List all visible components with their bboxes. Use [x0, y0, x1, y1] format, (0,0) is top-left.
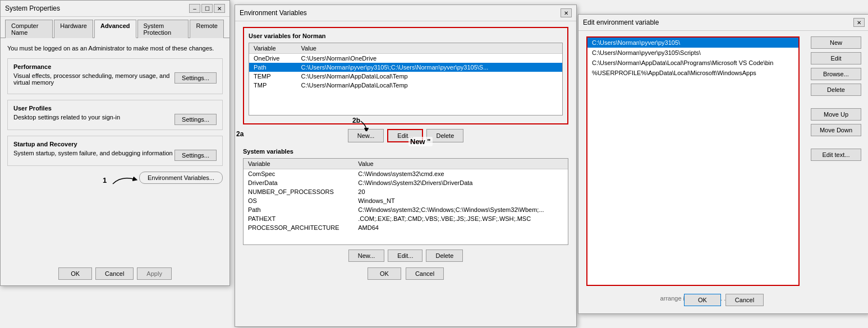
table-row[interactable]: TEMP C:\Users\Norman\AppData\Local\Temp: [249, 72, 562, 81]
system-vars-buttons: New... Edit... Delete: [243, 250, 568, 262]
var-name: NUMBER_OF_PROCESSORS: [244, 187, 353, 196]
sys-edit-button[interactable]: Edit...: [388, 250, 422, 262]
table-row[interactable]: DriverData C:\Windows\System32\Drivers\D…: [244, 178, 568, 187]
table-row[interactable]: TMP C:\Users\Norman\AppData\Local\Temp: [249, 81, 562, 90]
edit-env-edit-text-button[interactable]: Edit text...: [811, 149, 861, 161]
sys-new-button[interactable]: New...: [348, 250, 385, 262]
edit-env-new-button[interactable]: New: [811, 36, 861, 49]
var-value: C:\Users\Norman\pyver\py3105\;C:\Users\N…: [297, 63, 562, 72]
var-name: TMP: [249, 81, 297, 90]
user-edit-button[interactable]: Edit...: [387, 129, 423, 142]
startup-recovery-title: Startup and Recovery: [13, 141, 217, 147]
user-profiles-section: User Profiles Settings... Desktop settin…: [7, 100, 223, 130]
sys-props-close-button[interactable]: ✕: [214, 4, 225, 13]
edit-env-variable-window: Edit environment variable ✕ C:\Users\Nor…: [578, 14, 868, 314]
var-name: OneDrive: [249, 54, 297, 63]
table-row[interactable]: NUMBER_OF_PROCESSORS 20: [244, 187, 568, 196]
env-vars-title: Environment Variables: [240, 9, 307, 17]
sys-apply-button[interactable]: Apply: [137, 267, 172, 280]
var-name: DriverData: [244, 178, 353, 187]
sys-delete-button[interactable]: Delete: [426, 250, 463, 262]
user-vars-table: Variable Value OneDrive C:\Users\Norman\…: [249, 43, 562, 90]
environment-variables-window: Environment Variables ✕ User variables f…: [235, 4, 577, 327]
var-value: .COM;.EXE;.BAT;.CMD;.VBS;.VBE;.JS;.JSE;.…: [353, 214, 568, 223]
edit-env-move-down-button[interactable]: Move Down: [811, 124, 861, 136]
sys-props-minimize-button[interactable]: –: [189, 4, 200, 13]
var-value: AMD64: [353, 223, 568, 232]
tab-advanced[interactable]: Advanced: [94, 20, 136, 38]
edit-env-move-up-button[interactable]: Move Up: [811, 108, 861, 121]
annotation-arrow2b: [358, 120, 375, 131]
annotation-step1: 1: [103, 176, 107, 184]
env-ok-button[interactable]: OK: [368, 267, 401, 280]
var-value: 20: [353, 187, 568, 196]
environment-variables-button[interactable]: Environment Variables...: [139, 172, 223, 184]
list-item[interactable]: %USERPROFILE%\AppData\Local\Microsoft\Wi…: [587, 68, 798, 78]
var-value: C:\Users\Norman\AppData\Local\Temp: [297, 81, 562, 90]
var-name: TEMP: [249, 72, 297, 81]
user-profiles-title: User Profiles: [13, 105, 217, 112]
table-row[interactable]: ComSpec C:\Windows\system32\cmd.exe: [244, 169, 568, 179]
var-name: PATHEXT: [244, 214, 353, 223]
annotation-arrow1: [110, 173, 144, 190]
performance-settings-button[interactable]: Settings...: [174, 72, 217, 84]
table-row[interactable]: OneDrive C:\Users\Norman\OneDrive: [249, 54, 562, 63]
var-name: Path: [244, 205, 353, 214]
edit-env-edit-button[interactable]: Edit: [811, 52, 861, 64]
edit-env-browse-button[interactable]: Browse...: [811, 68, 861, 80]
table-row[interactable]: PROCESSOR_ARCHITECTURE AMD64: [244, 223, 568, 232]
sys-cancel-button[interactable]: Cancel: [95, 267, 134, 280]
sys-props-maximize-button[interactable]: ☐: [201, 4, 213, 13]
edit-env-sidebar-buttons: New Edit Browse... Delete Move Up Move D…: [811, 36, 861, 161]
sys-col-value: Value: [353, 159, 568, 169]
admin-warning: You must be logged on as an Administrato…: [7, 45, 223, 52]
env-vars-content: User variables for Norman Variable Value…: [235, 21, 576, 285]
sys-ok-button[interactable]: OK: [58, 267, 92, 280]
list-item[interactable]: C:\Users\Norman\AppData\Local\Programs\M…: [587, 58, 798, 68]
tab-hardware[interactable]: Hardware: [54, 20, 93, 38]
env-vars-close-button[interactable]: ✕: [561, 8, 572, 17]
user-vars-table-container: Variable Value OneDrive C:\Users\Norman\…: [249, 43, 563, 116]
user-vars-section: User variables for Norman Variable Value…: [243, 27, 568, 124]
edit-env-delete-button[interactable]: Delete: [811, 84, 861, 96]
user-vars-buttons: 2b New... Edit... Delete: [243, 129, 568, 142]
list-item[interactable]: C:\Users\Norman\pyver\py3105\: [587, 38, 798, 48]
user-profiles-settings-button[interactable]: Settings...: [174, 114, 217, 125]
system-vars-label: System variables: [243, 148, 568, 155]
var-value: C:\Users\Norman\OneDrive: [297, 54, 562, 63]
var-value: C:\Windows\system32;C:\Windows;C:\Window…: [353, 205, 568, 214]
sys-props-content: You must be logged on as an Administrato…: [1, 38, 229, 191]
sys-props-controls: – ☐ ✕: [189, 4, 225, 13]
system-vars-table-container: Variable Value ComSpec C:\Windows\system…: [243, 158, 568, 245]
startup-recovery-section: Startup and Recovery Settings... System …: [7, 136, 223, 166]
edit-env-controls: ✕: [853, 18, 865, 27]
user-delete-button[interactable]: Delete: [426, 129, 463, 142]
edit-env-title-bar: Edit environment variable ✕: [578, 15, 868, 31]
edit-env-cancel-button[interactable]: Cancel: [725, 294, 764, 306]
performance-section: Performance Settings... Visual effects, …: [7, 58, 223, 94]
sys-props-title-bar: System Properties – ☐ ✕: [1, 1, 229, 17]
edit-env-close-button[interactable]: ✕: [853, 18, 865, 27]
list-item[interactable]: C:\Users\Norman\pyver\py3105\Scripts\: [587, 48, 798, 58]
edit-env-ok-button[interactable]: OK: [684, 294, 721, 306]
tab-computer-name[interactable]: Computer Name: [5, 20, 53, 38]
system-properties-window: System Properties – ☐ ✕ Computer Name Ha…: [0, 0, 230, 286]
path-list-container: C:\Users\Norman\pyver\py3105\ C:\Users\N…: [586, 36, 800, 286]
var-value: C:\Windows\system32\cmd.exe: [353, 169, 568, 179]
tab-remote[interactable]: Remote: [190, 20, 224, 38]
var-value: Windows_NT: [353, 196, 568, 205]
table-row[interactable]: Path C:\Windows\system32;C:\Windows;C:\W…: [244, 205, 568, 214]
sys-col-variable: Variable: [244, 159, 353, 169]
table-row[interactable]: PATHEXT .COM;.EXE;.BAT;.CMD;.VBS;.VBE;.J…: [244, 214, 568, 223]
tab-system-protection[interactable]: System Protection: [137, 20, 189, 38]
edit-env-footer: OK Cancel: [586, 294, 861, 306]
env-vars-title-bar: Environment Variables ✕: [235, 5, 576, 21]
env-cancel-button[interactable]: Cancel: [406, 267, 444, 280]
table-row[interactable]: OS Windows_NT: [244, 196, 568, 205]
user-vars-label: User variables for Norman: [249, 33, 563, 39]
sys-props-tabs: Computer Name Hardware Advanced System P…: [1, 17, 229, 38]
startup-recovery-settings-button[interactable]: Settings...: [174, 150, 217, 161]
table-row[interactable]: Path C:\Users\Norman\pyver\py3105\;C:\Us…: [249, 63, 562, 72]
var-value: C:\Users\Norman\AppData\Local\Temp: [297, 72, 562, 81]
var-name: Path: [249, 63, 297, 72]
